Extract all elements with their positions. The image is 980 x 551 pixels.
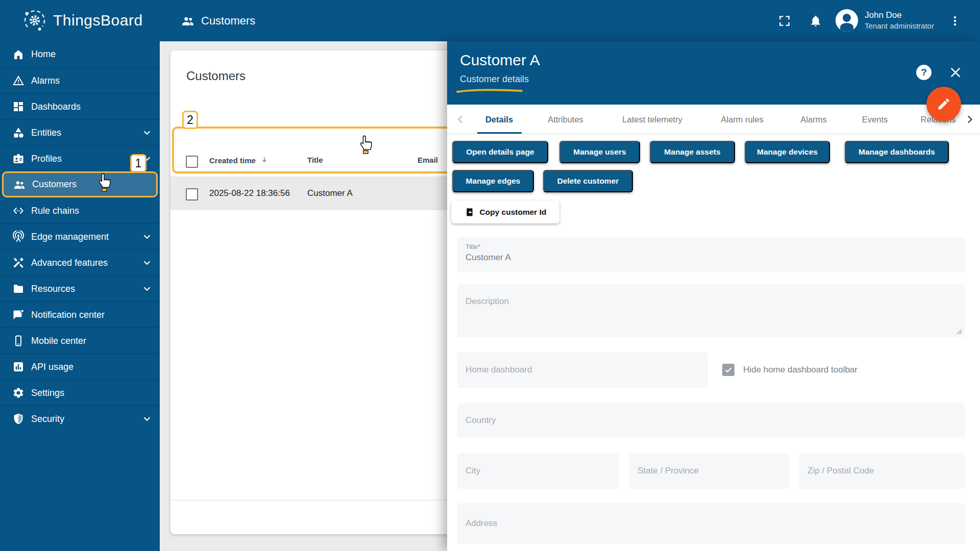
user-avatar[interactable] bbox=[836, 9, 858, 32]
sidebar-item-notification-center[interactable]: Notification center bbox=[0, 302, 160, 328]
app-window: ThingsBoard Customers John Doe T bbox=[0, 0, 980, 551]
country-placeholder: Country bbox=[465, 415, 496, 425]
city-placeholder: City bbox=[465, 466, 480, 476]
resize-grip-icon[interactable] bbox=[956, 329, 962, 335]
cell-title: Customer A bbox=[307, 188, 353, 198]
tab-events[interactable]: Events bbox=[862, 105, 888, 134]
sidebar-item-api-usage[interactable]: API usage bbox=[0, 354, 160, 380]
annotation-badge-1: 1 bbox=[130, 154, 146, 172]
annotation-underline bbox=[456, 88, 523, 94]
badge-icon bbox=[12, 153, 24, 165]
warning-icon bbox=[12, 74, 24, 87]
cell-created-time: 2025-08-22 18:36:56 bbox=[209, 188, 290, 198]
tab-details[interactable]: Details bbox=[485, 105, 513, 134]
bar-chart-icon bbox=[12, 361, 24, 373]
address-placeholder: Address bbox=[465, 518, 497, 529]
customer-details-panel: Customer A Customer details ? Details At… bbox=[447, 41, 980, 551]
tools-icon bbox=[12, 257, 24, 269]
tabs-scroll-right-button[interactable] bbox=[964, 113, 976, 126]
chevron-down-icon bbox=[141, 413, 153, 424]
manage-dashboards-button[interactable]: Manage dashboards bbox=[845, 141, 949, 163]
zip-placeholder: Zip / Postal Code bbox=[807, 466, 874, 476]
sidebar-item-home[interactable]: Home bbox=[0, 41, 160, 67]
sidebar-item-edge-management[interactable]: Edge management bbox=[0, 223, 160, 249]
pencil-icon bbox=[937, 97, 951, 111]
tab-alarm-rules[interactable]: Alarm rules bbox=[721, 105, 763, 134]
tab-latest-telemetry[interactable]: Latest telemetry bbox=[622, 105, 682, 134]
table-title: Customers bbox=[186, 69, 246, 83]
chevron-down-icon bbox=[141, 257, 153, 268]
chevron-down-icon bbox=[141, 127, 153, 138]
select-all-checkbox[interactable] bbox=[186, 156, 198, 168]
clipboard-icon bbox=[464, 207, 475, 217]
close-button[interactable] bbox=[946, 63, 965, 82]
smartphone-icon bbox=[12, 335, 24, 347]
row-checkbox[interactable] bbox=[186, 188, 198, 201]
user-role: Tenant administrator bbox=[865, 21, 934, 31]
column-header-email[interactable]: Email bbox=[418, 156, 438, 164]
sidebar-item-settings[interactable]: Settings bbox=[0, 380, 160, 406]
brand-name: ThingsBoard bbox=[53, 12, 143, 29]
copy-customer-id-button[interactable]: Copy customer Id bbox=[451, 201, 559, 223]
open-details-page-button[interactable]: Open details page bbox=[452, 141, 548, 163]
fullscreen-button[interactable] bbox=[773, 0, 796, 41]
shapes-icon bbox=[12, 127, 24, 139]
sidebar-item-customers[interactable]: Customers bbox=[2, 171, 158, 197]
people-icon bbox=[181, 14, 194, 28]
sidebar-item-alarms[interactable]: Alarms bbox=[0, 67, 160, 93]
state-placeholder: State / Province bbox=[638, 466, 699, 476]
city-field[interactable]: City bbox=[457, 453, 619, 489]
brand[interactable]: ThingsBoard bbox=[22, 8, 143, 33]
title-field[interactable]: Title* Customer A bbox=[457, 237, 965, 272]
help-icon: ? bbox=[916, 65, 932, 80]
sidebar-item-mobile-center[interactable]: Mobile center bbox=[0, 328, 160, 354]
delete-customer-button[interactable]: Delete customer bbox=[543, 170, 633, 192]
sidebar-item-security[interactable]: Security bbox=[0, 406, 160, 432]
column-header-created-time[interactable]: Created time bbox=[209, 156, 269, 165]
home-dashboard-placeholder: Home dashboard bbox=[465, 365, 532, 375]
user-info: John Doe Tenant administrator bbox=[865, 10, 934, 31]
manage-devices-button[interactable]: Manage devices bbox=[745, 141, 830, 163]
notifications-bell-button[interactable] bbox=[804, 0, 827, 41]
description-placeholder: Description bbox=[465, 296, 509, 307]
edit-fab-button[interactable] bbox=[926, 87, 961, 121]
close-icon bbox=[949, 66, 962, 79]
state-field[interactable]: State / Province bbox=[629, 453, 789, 489]
manage-edges-button[interactable]: Manage edges bbox=[452, 170, 534, 192]
hide-toolbar-label: Hide home dashboard toolbar bbox=[743, 365, 857, 375]
active-tab-indicator bbox=[477, 132, 522, 134]
title-field-label: Title* bbox=[465, 243, 480, 251]
sidebar-item-rule-chains[interactable]: Rule chains bbox=[0, 197, 160, 223]
top-bar: ThingsBoard Customers John Doe T bbox=[0, 0, 980, 41]
breadcrumb[interactable]: Customers bbox=[181, 0, 255, 41]
description-field[interactable]: Description bbox=[457, 284, 965, 337]
sidebar-item-resources[interactable]: Resources bbox=[0, 276, 160, 302]
checkmark-icon bbox=[724, 365, 733, 374]
zip-field[interactable]: Zip / Postal Code bbox=[799, 453, 965, 489]
annotation-badge-2: 2 bbox=[182, 111, 198, 129]
tab-attributes[interactable]: Attributes bbox=[548, 105, 583, 134]
shield-icon bbox=[12, 413, 24, 425]
home-dashboard-field[interactable]: Home dashboard bbox=[457, 352, 708, 388]
sort-arrow-down-icon bbox=[260, 156, 269, 165]
chevron-down-icon bbox=[141, 283, 153, 294]
home-icon bbox=[12, 48, 24, 61]
kebab-menu-button[interactable] bbox=[944, 0, 966, 41]
address-field[interactable]: Address bbox=[457, 503, 965, 544]
manage-assets-button[interactable]: Manage assets bbox=[650, 141, 735, 163]
country-field[interactable]: Country bbox=[457, 403, 965, 437]
hide-toolbar-checkbox-row: Hide home dashboard toolbar bbox=[722, 364, 857, 376]
manage-users-button[interactable]: Manage users bbox=[559, 141, 640, 163]
title-field-value: Customer A bbox=[465, 253, 511, 263]
column-header-title[interactable]: Title bbox=[307, 156, 323, 164]
help-button[interactable]: ? bbox=[915, 63, 933, 82]
hide-toolbar-checkbox[interactable] bbox=[722, 364, 734, 376]
people-icon bbox=[13, 179, 26, 191]
tab-alarms[interactable]: Alarms bbox=[800, 105, 826, 134]
tabs-scroll-left-button[interactable] bbox=[454, 113, 467, 126]
folder-icon bbox=[12, 283, 24, 295]
sidebar-item-advanced-features[interactable]: Advanced features bbox=[0, 249, 160, 276]
sidebar-item-entities[interactable]: Entities bbox=[0, 119, 160, 145]
sidebar-item-dashboards[interactable]: Dashboards bbox=[0, 93, 160, 119]
panel-title: Customer A bbox=[460, 52, 540, 69]
